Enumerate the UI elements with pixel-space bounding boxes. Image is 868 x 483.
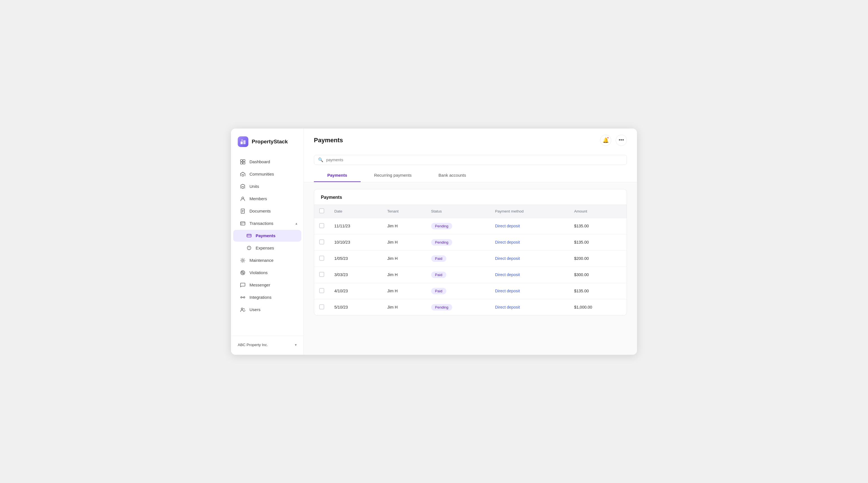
svg-point-26 xyxy=(241,297,242,298)
sidebar-nav: Dashboard Communities xyxy=(231,156,304,332)
notifications-button[interactable]: 🔔 xyxy=(600,135,611,146)
svg-rect-0 xyxy=(241,142,243,144)
company-name: ABC Property Inc. xyxy=(238,343,268,347)
svg-rect-17 xyxy=(247,234,251,237)
col-date: Date xyxy=(329,205,382,218)
sidebar-item-maintenance[interactable]: Maintenance xyxy=(233,254,301,266)
tab-recurring[interactable]: Recurring payments xyxy=(361,169,425,182)
cell-method: Direct deposit xyxy=(490,250,569,267)
cell-checkbox xyxy=(314,234,329,250)
table-header-row: Date Tenant Status Payment method Amount xyxy=(314,205,627,218)
sidebar-item-label: Transactions xyxy=(249,221,273,226)
payments-card: Payments Date Tenant Status Payment meth… xyxy=(314,189,627,315)
select-all-checkbox[interactable] xyxy=(319,208,324,213)
payment-method-link[interactable]: Direct deposit xyxy=(495,240,520,244)
payment-method-link[interactable]: Direct deposit xyxy=(495,224,520,228)
sidebar-item-label: Users xyxy=(249,307,260,312)
table-row: 10/10/23 Jim H Pending Direct deposit $1… xyxy=(314,234,627,250)
company-selector[interactable]: ABC Property Inc. ▾ xyxy=(238,340,297,349)
row-checkbox-2[interactable] xyxy=(319,255,324,261)
sidebar-item-users[interactable]: Users xyxy=(233,304,301,315)
expenses-icon xyxy=(246,245,252,251)
sidebar-item-label: Dashboard xyxy=(249,159,270,164)
svg-rect-16 xyxy=(241,224,242,224)
sidebar-item-messenger[interactable]: Messenger xyxy=(233,279,301,291)
sidebar-item-label: Integrations xyxy=(249,295,271,300)
table-row: 1/05/23 Jim H Paid Direct deposit $200.0… xyxy=(314,250,627,267)
search-bar: 🔍 xyxy=(314,155,627,165)
transactions-icon xyxy=(240,221,246,226)
status-badge: Pending xyxy=(431,304,453,310)
sidebar-item-payments[interactable]: Payments xyxy=(233,230,301,242)
cell-method: Direct deposit xyxy=(490,218,569,234)
status-badge: Paid xyxy=(431,272,446,278)
sidebar-item-expenses[interactable]: Expenses xyxy=(233,242,301,254)
app-name: PropertyStack xyxy=(252,139,288,145)
table-row: 3/03/23 Jim H Paid Direct deposit $300.0… xyxy=(314,267,627,283)
sidebar-item-documents[interactable]: Documents xyxy=(233,205,301,217)
sidebar-item-label: Documents xyxy=(249,209,271,213)
cell-status: Pending xyxy=(426,299,490,315)
payment-method-link[interactable]: Direct deposit xyxy=(495,305,520,309)
sidebar-item-label: Payments xyxy=(256,233,276,238)
table-row: 5/10/23 Jim H Pending Direct deposit $1,… xyxy=(314,299,627,315)
cell-date: 1/05/23 xyxy=(329,250,382,267)
search-row: 🔍 xyxy=(314,151,627,165)
header-actions: 🔔 ••• xyxy=(600,135,627,146)
members-icon xyxy=(240,196,246,202)
cell-amount: $1,000.00 xyxy=(569,299,627,315)
sidebar-item-dashboard[interactable]: Dashboard xyxy=(233,156,301,168)
logo-icon xyxy=(238,137,248,147)
svg-rect-6 xyxy=(243,162,245,164)
status-badge: Pending xyxy=(431,223,453,229)
more-options-button[interactable]: ••• xyxy=(616,135,627,146)
units-icon xyxy=(240,184,246,189)
sidebar-item-communities[interactable]: Communities xyxy=(233,168,301,180)
sidebar-item-label: Messenger xyxy=(249,282,270,287)
sidebar-item-violations[interactable]: Violations xyxy=(233,267,301,279)
row-checkbox-3[interactable] xyxy=(319,272,324,277)
col-amount: Amount xyxy=(569,205,627,218)
sidebar-item-label: Expenses xyxy=(256,246,274,250)
chevron-up-icon: ▲ xyxy=(295,222,298,225)
cell-amount: $200.00 xyxy=(569,250,627,267)
svg-rect-8 xyxy=(242,186,244,188)
row-checkbox-0[interactable] xyxy=(319,223,324,228)
sidebar-item-members[interactable]: Members xyxy=(233,193,301,205)
sidebar-item-transactions[interactable]: Transactions ▲ xyxy=(233,217,301,229)
cell-amount: $135.00 xyxy=(569,218,627,234)
sidebar-item-units[interactable]: Units xyxy=(233,181,301,192)
payment-method-link[interactable]: Direct deposit xyxy=(495,256,520,261)
cell-checkbox xyxy=(314,218,329,234)
payment-method-link[interactable]: Direct deposit xyxy=(495,289,520,293)
cell-tenant: Jim H xyxy=(382,250,426,267)
cell-tenant: Jim H xyxy=(382,267,426,283)
svg-point-21 xyxy=(249,248,249,249)
svg-point-27 xyxy=(244,297,245,298)
payments-icon xyxy=(246,233,252,239)
cell-date: 4/10/23 xyxy=(329,283,382,299)
cell-status: Paid xyxy=(426,250,490,267)
sidebar-item-integrations[interactable]: Integrations xyxy=(233,292,301,303)
cell-amount: $135.00 xyxy=(569,234,627,250)
search-icon: 🔍 xyxy=(318,157,323,162)
payment-method-link[interactable]: Direct deposit xyxy=(495,272,520,277)
cell-status: Pending xyxy=(426,234,490,250)
chevron-down-icon: ▾ xyxy=(295,343,297,347)
search-input[interactable] xyxy=(326,158,623,162)
cell-status: Paid xyxy=(426,267,490,283)
sidebar: PropertyStack Dashboard xyxy=(231,128,304,355)
documents-icon xyxy=(240,208,246,214)
dashboard-icon xyxy=(240,159,246,164)
row-checkbox-1[interactable] xyxy=(319,239,324,244)
tab-bank[interactable]: Bank accounts xyxy=(425,169,479,182)
ellipsis-icon: ••• xyxy=(619,137,624,143)
col-tenant: Tenant xyxy=(382,205,426,218)
cell-tenant: Jim H xyxy=(382,234,426,250)
row-checkbox-4[interactable] xyxy=(319,288,324,293)
row-checkbox-5[interactable] xyxy=(319,304,324,309)
cell-method: Direct deposit xyxy=(490,234,569,250)
cell-checkbox xyxy=(314,283,329,299)
sidebar-item-label: Members xyxy=(249,196,267,201)
tab-payments[interactable]: Payments xyxy=(314,169,361,182)
